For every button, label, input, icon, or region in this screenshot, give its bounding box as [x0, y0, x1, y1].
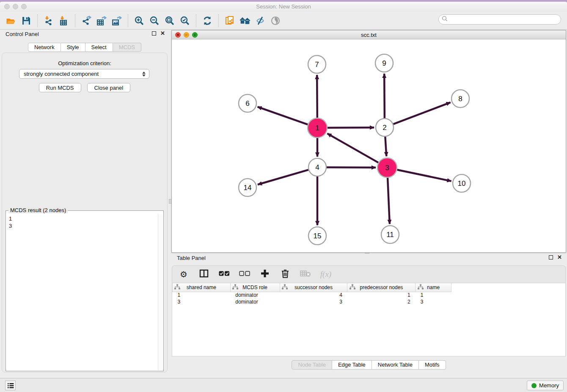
criterion-dropdown[interactable]: strongly connected component: [19, 69, 149, 79]
import-table-button[interactable]: [56, 14, 72, 28]
split-view-button[interactable]: [198, 268, 209, 281]
column-header-shared-name[interactable]: shared name: [173, 283, 231, 292]
edge-2-9[interactable]: [384, 74, 385, 118]
float-panel-icon[interactable]: [152, 31, 156, 36]
graph-node-14[interactable]: 14: [239, 179, 256, 196]
function-builder-icon: f(x): [320, 270, 331, 279]
close-table-panel-icon[interactable]: ✕: [557, 255, 562, 259]
edge-1-6[interactable]: [258, 107, 308, 124]
edge-4-14[interactable]: [258, 170, 308, 185]
delete-button[interactable]: [280, 268, 291, 281]
node-table[interactable]: shared nameMCDS rolesuccessor nodesprede…: [172, 283, 565, 305]
column-label: name: [427, 284, 440, 290]
table-header-row: shared nameMCDS rolesuccessor nodesprede…: [173, 283, 566, 292]
eye-button[interactable]: [268, 14, 283, 28]
select-all-button[interactable]: [219, 268, 230, 281]
edge-1-7[interactable]: [317, 75, 317, 118]
search-box[interactable]: [438, 14, 561, 25]
graph-node-2[interactable]: 2: [376, 119, 394, 136]
edge-3-1[interactable]: [327, 133, 378, 163]
zoom-selected-button[interactable]: [177, 14, 193, 28]
column-header-predecessor-nodes[interactable]: predecessor nodes: [347, 283, 416, 292]
task-history-button[interactable]: [5, 381, 16, 390]
copy-view-button[interactable]: [222, 14, 237, 28]
import-network-button[interactable]: [41, 14, 56, 28]
graph-node-10[interactable]: 10: [453, 174, 471, 192]
cell-MCDS-role[interactable]: dominator: [230, 292, 280, 298]
svg-text:2: 2: [383, 124, 386, 132]
graph-node-4[interactable]: 4: [308, 158, 326, 176]
graph-node-6[interactable]: 6: [239, 94, 256, 112]
table-row[interactable]: 1dominator411: [173, 292, 566, 298]
svg-text:1: 1: [315, 124, 319, 132]
tab-motifs[interactable]: Motifs: [419, 360, 446, 370]
cell-shared-name[interactable]: 3: [173, 298, 231, 305]
cell-successor-nodes[interactable]: 4: [280, 292, 347, 298]
memory-button[interactable]: Memory: [527, 381, 564, 390]
column-header-name[interactable]: name: [416, 283, 451, 292]
svg-text:10: 10: [458, 179, 466, 188]
save-session-button[interactable]: [19, 14, 34, 28]
export-table-button[interactable]: [94, 14, 109, 28]
cell-predecessor-nodes[interactable]: 2: [347, 298, 416, 305]
zoom-out-button[interactable]: [147, 14, 162, 28]
graph-node-8[interactable]: 8: [451, 90, 469, 108]
edge-4-3[interactable]: [327, 167, 376, 168]
tab-node-table[interactable]: Node Table: [292, 360, 332, 370]
edge-3-10[interactable]: [397, 170, 451, 181]
tab-mcds[interactable]: MCDS: [113, 43, 141, 52]
sitemap-icon: [282, 284, 288, 291]
mcds-result-list[interactable]: 1 3: [6, 214, 158, 370]
float-table-panel-icon[interactable]: [549, 255, 553, 259]
table-row[interactable]: 3dominator323: [173, 298, 566, 305]
network-window-titlebar: ✕ − + scc.txt: [172, 30, 566, 39]
cell-shared-name[interactable]: 1: [173, 292, 231, 298]
graph-node-3[interactable]: 3: [377, 158, 397, 177]
home-button[interactable]: [237, 14, 253, 28]
close-panel-icon[interactable]: ✕: [160, 31, 165, 36]
table-toolbar: ⚙f(x): [172, 265, 566, 283]
graph-node-1[interactable]: 1: [308, 118, 327, 138]
export-image-button[interactable]: [109, 14, 124, 28]
edge-1-2[interactable]: [328, 127, 374, 128]
edge-2-3[interactable]: [385, 137, 386, 156]
edge-2-8[interactable]: [394, 102, 451, 124]
close-panel-button[interactable]: Close panel: [87, 83, 131, 92]
gear-button[interactable]: ⚙: [178, 268, 189, 281]
edge-3-11[interactable]: [388, 178, 390, 224]
zoom-fit-button[interactable]: [162, 14, 177, 28]
clear-selection-button[interactable]: [239, 268, 250, 281]
network-canvas[interactable]: 7968124314101511: [172, 40, 566, 252]
show-hide-graphics-button[interactable]: [253, 14, 268, 28]
svg-text:6: 6: [245, 99, 249, 108]
select-all-icon: [219, 271, 230, 278]
gear-icon: ⚙: [180, 270, 187, 279]
column-header-MCDS-role[interactable]: MCDS role: [230, 283, 280, 292]
export-network-button[interactable]: [79, 14, 94, 28]
cell-predecessor-nodes[interactable]: 1: [347, 292, 416, 298]
add-button[interactable]: [259, 268, 270, 281]
cell-name[interactable]: 3: [416, 298, 451, 305]
open-session-button[interactable]: [3, 14, 19, 28]
refresh-button[interactable]: [200, 14, 215, 28]
tab-network[interactable]: Network: [28, 43, 61, 52]
tab-select[interactable]: Select: [85, 43, 113, 52]
search-input[interactable]: [448, 15, 561, 24]
graph-node-15[interactable]: 15: [308, 227, 326, 245]
cell-successor-nodes[interactable]: 3: [280, 298, 347, 305]
cell-MCDS-role[interactable]: dominator: [230, 298, 280, 305]
tab-edge-table[interactable]: Edge Table: [332, 360, 372, 370]
graph-node-11[interactable]: 11: [381, 226, 399, 243]
graph-node-7[interactable]: 7: [308, 55, 326, 73]
graph-node-9[interactable]: 9: [375, 54, 393, 72]
cell-name[interactable]: 1: [416, 292, 451, 298]
tab-network-table[interactable]: Network Table: [372, 360, 419, 370]
tab-style[interactable]: Style: [61, 43, 85, 52]
column-label: shared name: [187, 284, 216, 290]
run-mcds-button[interactable]: Run MCDS: [39, 83, 81, 92]
control-panel-header: Control Panel ✕: [0, 30, 169, 39]
result-scrollbar[interactable]: [158, 214, 163, 370]
zoom-in-button[interactable]: [132, 14, 147, 28]
column-header-successor-nodes[interactable]: successor nodes: [280, 283, 347, 292]
column-label: MCDS role: [242, 284, 267, 290]
